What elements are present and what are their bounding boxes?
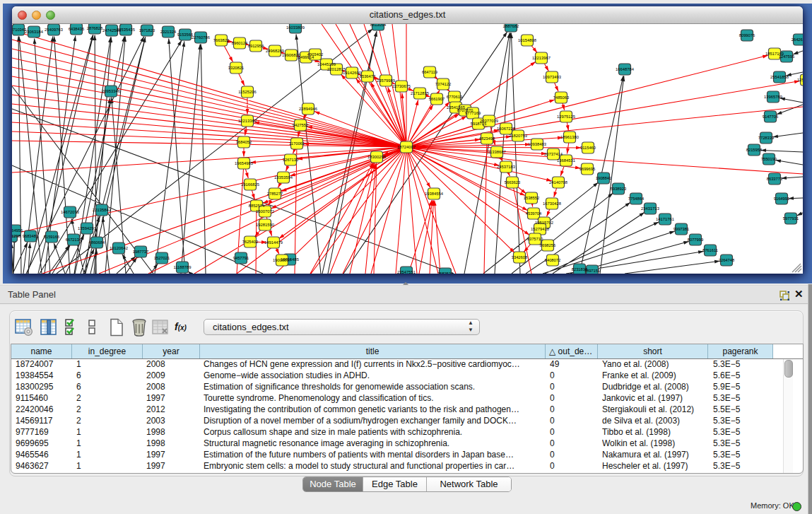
svg-text:1538552: 1538552 <box>524 196 540 200</box>
svg-text:1987737: 1987737 <box>133 250 149 254</box>
svg-text:21820753: 21820753 <box>509 134 527 138</box>
svg-text:8813054: 8813054 <box>370 24 387 27</box>
svg-text:14672073: 14672073 <box>61 210 79 214</box>
svg-text:19142600: 19142600 <box>343 71 361 75</box>
svg-text:4860684: 4860684 <box>89 240 105 245</box>
svg-text:10938483: 10938483 <box>528 142 546 146</box>
svg-text:24140708: 24140708 <box>549 180 567 185</box>
svg-text:16648784: 16648784 <box>616 67 635 71</box>
svg-text:18300295: 18300295 <box>367 155 386 159</box>
svg-text:1170061: 1170061 <box>289 141 305 146</box>
svg-text:9699695: 9699695 <box>579 167 596 171</box>
svg-text:2642635: 2642635 <box>792 37 803 42</box>
svg-text:9153566: 9153566 <box>177 33 194 37</box>
svg-text:2582524: 2582524 <box>437 271 454 274</box>
svg-text:23579989: 23579989 <box>377 78 395 83</box>
svg-text:21712835: 21712835 <box>411 91 429 95</box>
svg-text:5159166: 5159166 <box>44 235 60 239</box>
svg-text:4539704: 4539704 <box>526 211 542 216</box>
svg-text:2785277: 2785277 <box>267 192 283 196</box>
svg-text:1908841: 1908841 <box>596 176 612 180</box>
svg-text:10120642: 10120642 <box>110 246 128 250</box>
svg-text:9427552: 9427552 <box>293 123 309 127</box>
svg-text:12213363: 12213363 <box>238 119 257 123</box>
svg-text:22730675: 22730675 <box>392 84 411 88</box>
svg-text:2321324: 2321324 <box>160 30 177 34</box>
svg-text:4823498: 4823498 <box>479 136 495 141</box>
svg-text:9777169: 9777169 <box>465 111 481 115</box>
svg-text:11338687: 11338687 <box>488 150 505 154</box>
svg-text:24968289: 24968289 <box>266 49 284 53</box>
svg-text:16033809: 16033809 <box>286 25 305 30</box>
svg-text:12213967: 12213967 <box>532 56 551 60</box>
svg-text:13594297: 13594297 <box>78 226 96 230</box>
svg-text:5977931: 5977931 <box>783 216 799 221</box>
svg-text:8215958: 8215958 <box>746 148 763 152</box>
svg-text:5663623: 5663623 <box>505 180 521 185</box>
svg-text:8536477: 8536477 <box>360 74 376 78</box>
svg-text:19281590: 19281590 <box>256 223 274 227</box>
svg-text:23431713: 23431713 <box>641 206 659 211</box>
svg-text:5938923: 5938923 <box>611 187 627 191</box>
svg-text:6672134: 6672134 <box>66 238 82 242</box>
svg-text:3267130: 3267130 <box>283 158 299 162</box>
svg-text:19515702: 19515702 <box>535 221 553 225</box>
svg-text:1247595: 1247595 <box>779 54 795 59</box>
svg-text:7897151: 7897151 <box>584 269 601 273</box>
svg-text:18961380: 18961380 <box>560 135 579 139</box>
svg-text:3684052: 3684052 <box>236 140 252 144</box>
svg-text:8099076: 8099076 <box>739 33 755 37</box>
svg-text:25541858: 25541858 <box>770 75 789 79</box>
svg-text:1527021: 1527021 <box>154 256 170 260</box>
svg-text:7728339: 7728339 <box>758 136 775 140</box>
svg-text:3342608: 3342608 <box>512 255 528 259</box>
svg-text:22135842: 22135842 <box>93 208 111 212</box>
svg-text:10973493: 10973493 <box>543 75 561 79</box>
svg-text:18724007: 18724007 <box>397 145 416 149</box>
svg-text:23535435: 23535435 <box>117 28 135 32</box>
svg-text:10154808: 10154808 <box>518 38 536 42</box>
svg-text:2876828: 2876828 <box>87 26 103 30</box>
svg-text:23547551: 23547551 <box>397 270 416 274</box>
svg-text:4903402: 4903402 <box>307 52 324 57</box>
svg-text:9164991: 9164991 <box>774 197 790 201</box>
svg-text:5661907: 5661907 <box>429 97 445 101</box>
svg-text:16067228: 16067228 <box>497 127 515 131</box>
svg-text:5408072: 5408072 <box>545 258 561 262</box>
svg-text:8633773: 8633773 <box>767 177 783 181</box>
svg-text:9457791: 9457791 <box>233 256 249 260</box>
svg-text:3320821: 3320821 <box>228 66 245 70</box>
svg-text:11188789: 11188789 <box>174 265 192 269</box>
svg-text:20377039: 20377039 <box>480 119 498 123</box>
svg-text:7754864: 7754864 <box>628 197 645 201</box>
svg-text:12564217: 12564217 <box>797 78 803 82</box>
svg-text:7264956: 7264956 <box>12 228 23 233</box>
svg-text:8852574: 8852574 <box>249 204 265 208</box>
svg-text:20953346: 20953346 <box>102 89 120 93</box>
svg-text:6647119: 6647119 <box>422 70 437 74</box>
svg-text:7663822: 7663822 <box>213 38 230 42</box>
svg-text:9147706: 9147706 <box>763 115 779 119</box>
svg-text:1971823: 1971823 <box>139 28 155 33</box>
svg-text:19384554: 19384554 <box>425 192 444 196</box>
svg-text:2264748: 2264748 <box>719 258 735 262</box>
svg-text:22894946: 22894946 <box>299 107 317 111</box>
svg-text:13353594: 13353594 <box>274 175 293 180</box>
svg-text:9683481: 9683481 <box>23 234 39 238</box>
svg-text:15007072: 15007072 <box>256 209 274 214</box>
svg-text:6770619: 6770619 <box>447 95 463 99</box>
svg-text:7625402: 7625402 <box>242 240 259 244</box>
svg-text:19654985: 19654985 <box>235 161 253 165</box>
svg-text:13965789: 13965789 <box>764 95 782 99</box>
svg-text:8960124: 8960124 <box>232 41 248 45</box>
svg-text:20737414: 20737414 <box>544 152 563 156</box>
svg-text:13716485: 13716485 <box>281 257 299 262</box>
svg-text:2887682: 2887682 <box>503 24 519 28</box>
svg-text:7485063: 7485063 <box>553 95 570 100</box>
svg-text:8761611: 8761611 <box>702 248 718 252</box>
svg-text:12975125: 12975125 <box>557 115 575 119</box>
svg-text:15279418: 15279418 <box>531 227 549 231</box>
svg-text:7374122: 7374122 <box>435 82 452 86</box>
svg-text:9375710: 9375710 <box>527 237 543 241</box>
svg-text:24537183: 24537183 <box>497 165 515 169</box>
